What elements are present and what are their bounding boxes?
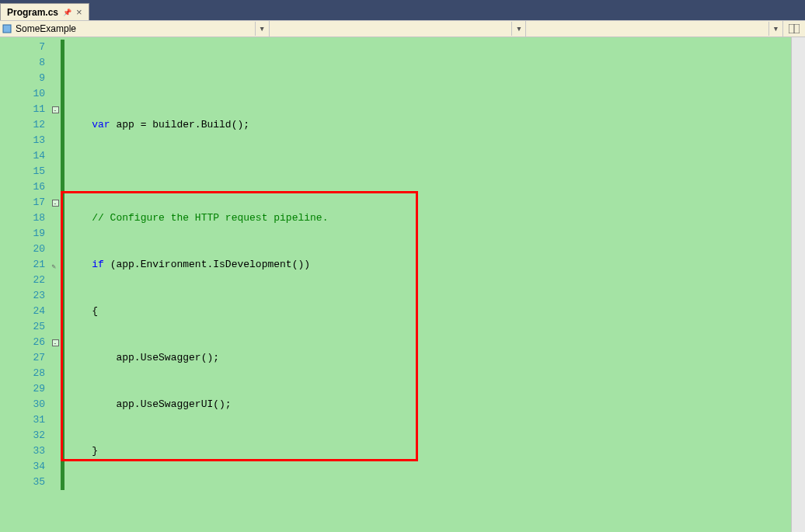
chevron-down-icon[interactable]: ▾ [256,21,270,37]
line-number: 21✎ [0,257,45,273]
chevron-down-icon[interactable]: ▾ [769,21,783,37]
scope-dropdown[interactable] [12,22,256,36]
line-number: 13 [0,133,45,148]
outline-column: - - - [50,37,61,532]
code-line: // Configure the HTTP request pipeline. [64,210,791,226]
line-number: 26 [0,335,45,350]
line-number: 10 [0,86,45,102]
line-number: 16 [0,179,45,195]
tab-bar: Program.cs 📌 × [0,0,805,20]
close-icon[interactable]: × [76,6,82,18]
line-number: 34 [0,459,45,475]
line-number: 11 [0,102,45,117]
code-line: app.UseSwaggerUI(); [64,397,791,412]
line-number: 32 [0,428,45,443]
line-number: 31 [0,412,45,428]
line-number: 33 [0,443,45,459]
namespace-icon [2,23,12,34]
line-number: 9 [0,71,45,86]
line-number: 22 [0,273,45,288]
line-number: 25 [0,319,45,335]
fold-toggle[interactable]: - [52,200,59,207]
type-dropdown[interactable] [526,22,769,36]
chevron-down-icon[interactable]: ▾ [512,21,526,37]
code-line: app.UseSwagger(); [64,350,791,366]
line-number: 28 [0,366,45,381]
vertical-scrollbar[interactable] [791,37,805,532]
code-line [64,164,791,179]
line-number: 24 [0,304,45,319]
line-number: 27 [0,350,45,366]
line-number: 14 [0,148,45,164]
line-number: 23 [0,288,45,304]
nav-bar: ▾ ▾ ▾ [0,20,805,37]
line-number: 8 [0,55,45,71]
svg-rect-0 [3,25,11,33]
code-editor[interactable]: 7 8 9 10 11 12 13 14 15 16 17 18 19 20 2… [0,37,805,532]
line-number: 19 [0,226,45,242]
line-number: 29 [0,381,45,397]
file-tab[interactable]: Program.cs 📌 × [0,3,89,20]
line-number-gutter: 7 8 9 10 11 12 13 14 15 16 17 18 19 20 2… [0,37,50,532]
code-line: var app = builder.Build(); [64,117,791,133]
fold-toggle[interactable]: - [52,339,59,346]
code-content[interactable]: var app = builder.Build(); // Configure … [64,37,791,532]
split-window-icon[interactable] [783,21,805,37]
line-number: 35 [0,475,45,490]
edit-marker-icon: ✎ [52,259,56,275]
code-line [64,71,791,86]
line-number: 17 [0,195,45,210]
pin-icon[interactable]: 📌 [63,9,71,16]
code-line: if (app.Environment.IsDevelopment()) [64,257,791,273]
code-line: } [64,443,791,459]
member-dropdown[interactable] [270,22,513,36]
tab-title: Program.cs [7,7,58,18]
line-number: 18 [0,210,45,226]
code-line: { [64,304,791,319]
line-number: 15 [0,164,45,179]
fold-toggle[interactable]: - [52,106,59,113]
line-number: 12 [0,117,45,133]
code-line [64,490,791,506]
line-number: 7 [0,40,45,55]
line-number: 30 [0,397,45,412]
line-number: 20 [0,242,45,257]
